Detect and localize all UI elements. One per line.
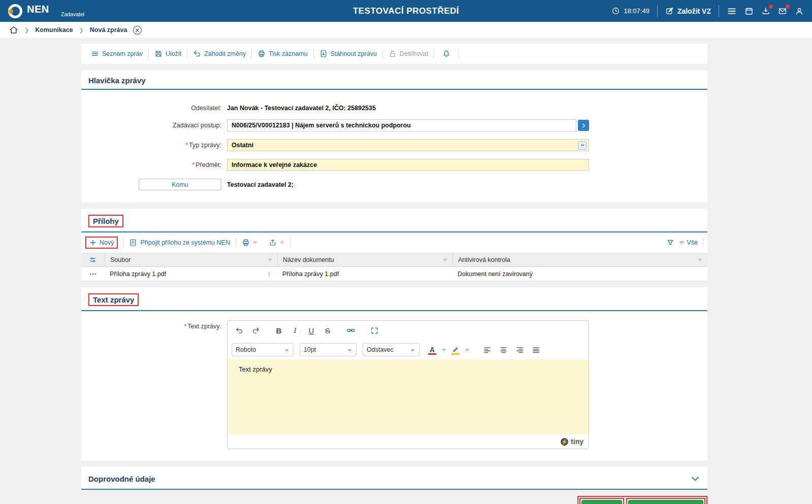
drag-handle-icon[interactable] bbox=[266, 271, 272, 277]
notifications-button[interactable] bbox=[434, 50, 459, 58]
predmet-input[interactable] bbox=[227, 159, 589, 171]
cell-soubor[interactable]: Příloha zprávy 1.pdf bbox=[110, 271, 166, 278]
header-divider bbox=[719, 5, 719, 17]
divider bbox=[459, 49, 459, 58]
command-label: Tisk záznamu bbox=[269, 50, 308, 57]
editor-toolbar-row1: B I U S bbox=[228, 321, 589, 340]
podepsat-a-odeslat-button[interactable]: Podepsat a odeslat bbox=[628, 500, 703, 504]
print-attachments-button[interactable] bbox=[236, 239, 263, 247]
odesilatel-label: Odesílatel: bbox=[81, 105, 227, 112]
list-icon bbox=[91, 50, 99, 58]
command-label: Stáhnout zprávu bbox=[331, 50, 377, 57]
font-size-value: 10pt bbox=[304, 346, 316, 353]
strikethrough-icon[interactable]: S bbox=[320, 324, 335, 337]
command-label: Dešifrovat bbox=[400, 50, 428, 57]
font-size-select[interactable]: 10pt bbox=[300, 343, 356, 356]
text-color-icon[interactable]: A bbox=[426, 343, 439, 356]
cell-nazev: Příloha zprávy 1.pdf bbox=[282, 271, 339, 278]
row-actions-icon[interactable] bbox=[81, 270, 105, 278]
create-vz-button[interactable]: Založit VZ bbox=[665, 7, 711, 15]
required-marker: * bbox=[185, 142, 188, 149]
breadcrumb: ❯ Komunikace ❯ Nová zpráva bbox=[0, 22, 812, 39]
fullscreen-icon[interactable] bbox=[367, 324, 382, 337]
ulozit-button[interactable]: Uložit bbox=[149, 50, 187, 58]
filter-funnel-icon[interactable] bbox=[666, 239, 674, 247]
column-filter-icon[interactable] bbox=[268, 258, 272, 262]
section-title-doprovodne: Doprovodné údaje bbox=[88, 475, 155, 483]
brand[interactable]: NEN Zadavatel bbox=[8, 4, 49, 18]
columns-settings-icon[interactable] bbox=[81, 256, 105, 264]
column-label: Název dokumentu bbox=[283, 256, 334, 263]
link-icon[interactable] bbox=[343, 324, 359, 337]
block-format-select[interactable]: Odstavec bbox=[363, 343, 419, 356]
align-left-icon[interactable] bbox=[479, 343, 495, 356]
annotation-box: Text zprávy bbox=[88, 293, 139, 306]
column-label: Soubor bbox=[110, 256, 131, 263]
underline-icon[interactable]: U bbox=[304, 324, 319, 337]
form-row-odesilatel: Odesílatel: Jan Novák - Testovací zadava… bbox=[81, 105, 707, 112]
column-header-nazev[interactable]: Název dokumentu bbox=[277, 253, 452, 266]
calendar-icon bbox=[744, 7, 754, 16]
text-color-chevron-icon[interactable] bbox=[440, 343, 448, 356]
breadcrumb-komunikace[interactable]: Komunikace bbox=[35, 26, 73, 33]
align-justify-icon[interactable] bbox=[528, 343, 543, 356]
editor-toolbar-row2: Roboto 10pt Odstavec A bbox=[228, 340, 589, 359]
open-zadavaci-postup-button[interactable] bbox=[578, 120, 589, 131]
font-family-value: Roboto bbox=[236, 346, 256, 353]
additional-data-section: Doprovodné údaje bbox=[81, 466, 707, 490]
printer-icon bbox=[242, 239, 250, 247]
annotation-box: Podepsat a odeslat bbox=[626, 498, 705, 504]
typ-zpravy-label: Typ zprávy: bbox=[189, 142, 221, 149]
zadavaci-postup-input[interactable] bbox=[227, 119, 576, 131]
novy-button[interactable]: Nový bbox=[89, 239, 114, 246]
typ-zpravy-select[interactable]: Ostatní bbox=[227, 139, 589, 151]
desifrovat-button: Dešifrovat bbox=[383, 50, 434, 58]
profile-button[interactable] bbox=[795, 7, 804, 16]
highlight-color-icon[interactable] bbox=[449, 343, 462, 356]
brand-subtitle: Zadavatel bbox=[61, 11, 84, 17]
cell-antivir: Dokument není zavirovaný bbox=[458, 271, 533, 278]
home-icon[interactable] bbox=[9, 25, 18, 35]
messages-button[interactable] bbox=[778, 7, 787, 16]
menu-button[interactable] bbox=[727, 6, 737, 16]
stahnout-zpravu-button[interactable]: Stáhnout zprávu bbox=[314, 50, 382, 58]
redo-icon[interactable] bbox=[248, 324, 263, 337]
column-filter-icon[interactable] bbox=[443, 258, 447, 262]
close-tab-icon[interactable] bbox=[133, 26, 142, 35]
command-label: Připojit přílohu ze systému NEN bbox=[140, 239, 230, 246]
font-family-select[interactable]: Roboto bbox=[232, 343, 294, 356]
download-icon bbox=[761, 7, 770, 16]
chevron-down-icon[interactable] bbox=[578, 141, 587, 150]
pripojit-prilohu-button[interactable]: Připojit přílohu ze systému NEN bbox=[123, 239, 235, 247]
downloads-button[interactable] bbox=[761, 7, 770, 16]
undo-icon[interactable] bbox=[232, 324, 247, 337]
divider bbox=[290, 238, 290, 247]
column-filter-icon[interactable] bbox=[698, 258, 702, 262]
komu-button[interactable]: Komu bbox=[139, 179, 221, 190]
printer-icon bbox=[257, 50, 266, 58]
filter-all-dropdown[interactable]: Vše bbox=[679, 239, 698, 246]
export-attachments-button[interactable] bbox=[263, 239, 290, 247]
align-center-icon[interactable] bbox=[496, 343, 511, 356]
zadavaci-postup-label: Zadávací postup: bbox=[81, 122, 227, 129]
annotation-box: Odeslat Podepsat a odeslat bbox=[577, 496, 707, 504]
italic-icon[interactable]: I bbox=[287, 324, 303, 337]
align-right-icon[interactable] bbox=[512, 343, 527, 356]
breadcrumb-nova-zprava[interactable]: Nová zpráva bbox=[90, 26, 127, 33]
highlight-color-chevron-icon[interactable] bbox=[463, 343, 471, 356]
editor-content-area[interactable]: Text zprávy bbox=[228, 359, 589, 434]
tiny-logo-icon: ⚡ bbox=[561, 438, 568, 446]
calendar-button[interactable] bbox=[744, 7, 754, 16]
bold-icon[interactable]: B bbox=[271, 324, 286, 337]
column-header-soubor[interactable]: Soubor bbox=[105, 253, 277, 266]
expand-section-chevron-icon[interactable] bbox=[690, 474, 700, 484]
annotation-box: Nový bbox=[85, 237, 118, 249]
zahodit-zmeny-button[interactable]: Zahodit změny bbox=[187, 50, 251, 58]
tisk-zaznamu-button[interactable]: Tisk záznamu bbox=[252, 50, 313, 58]
undo-arrow-icon bbox=[193, 50, 201, 58]
column-header-antivir[interactable]: Antivirová kontrola bbox=[452, 253, 707, 266]
seznam-zprav-button[interactable]: Seznam zpráv bbox=[85, 50, 148, 58]
table-row[interactable]: Příloha zprávy 1.pdf Příloha zprávy 1.pd… bbox=[81, 267, 707, 281]
odeslat-button[interactable]: Odeslat bbox=[581, 500, 622, 504]
lock-icon bbox=[388, 50, 397, 58]
